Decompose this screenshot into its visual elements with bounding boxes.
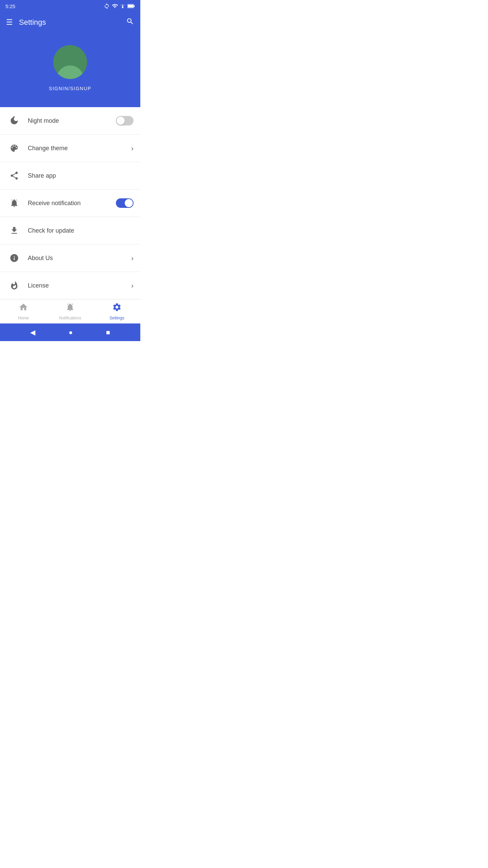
toggle-thumb-on <box>125 199 133 207</box>
battery-icon <box>127 4 135 8</box>
palette-icon <box>7 141 22 156</box>
toggle-switch-notification[interactable] <box>116 198 134 208</box>
settings-item-night-mode[interactable]: Night mode <box>0 107 140 135</box>
wifi-icon <box>112 3 118 9</box>
svg-rect-2 <box>128 5 133 7</box>
android-back-button[interactable]: ◀ <box>27 326 38 339</box>
app-bar-left: ☰ Settings <box>6 18 46 27</box>
license-chevron: › <box>131 282 134 290</box>
settings-item-check-update[interactable]: Check for update <box>0 217 140 244</box>
home-icon <box>19 302 28 314</box>
settings-item-change-theme[interactable]: Change theme › <box>0 135 140 162</box>
gear-nav-icon <box>112 302 122 314</box>
signin-label[interactable]: SIGNIN/SIGNUP <box>49 86 91 91</box>
share-app-label: Share app <box>28 172 134 179</box>
hamburger-icon[interactable]: ☰ <box>6 18 13 27</box>
toggle-switch-night-mode[interactable] <box>116 116 134 125</box>
home-nav-label: Home <box>18 316 29 320</box>
night-mode-toggle[interactable] <box>116 116 134 125</box>
bell-ring-icon <box>7 196 22 211</box>
settings-list: Night mode Change theme › Share app <box>0 107 140 299</box>
nav-item-notifications[interactable]: Notifications <box>47 300 94 323</box>
status-bar: 5:25 <box>0 0 140 12</box>
toggle-thumb <box>117 117 125 125</box>
android-recent-button[interactable]: ■ <box>103 326 113 339</box>
about-us-label: About Us <box>28 255 131 262</box>
share-icon <box>7 168 22 183</box>
search-icon[interactable] <box>126 17 134 27</box>
android-home-button[interactable]: ● <box>66 326 75 339</box>
change-theme-label: Change theme <box>28 145 131 152</box>
signal-icon <box>120 3 125 9</box>
about-us-chevron: › <box>131 254 134 262</box>
sync-icon <box>104 3 110 9</box>
fire-icon <box>7 278 22 293</box>
chevron-icon-license: › <box>131 282 134 290</box>
nav-item-settings[interactable]: Settings <box>94 300 140 323</box>
settings-nav-label: Settings <box>109 316 124 320</box>
settings-item-license[interactable]: License › <box>0 272 140 299</box>
license-label: License <box>28 282 131 289</box>
status-icons <box>104 3 135 9</box>
moon-icon <box>7 113 22 128</box>
night-mode-label: Night mode <box>28 117 116 124</box>
change-theme-chevron: › <box>131 144 134 152</box>
avatar-shape <box>57 65 84 79</box>
status-time: 5:25 <box>5 3 15 9</box>
bottom-nav: Home Notifications Settings <box>0 299 140 323</box>
settings-item-about-us[interactable]: About Us › <box>0 244 140 272</box>
download-icon <box>7 223 22 238</box>
info-icon <box>7 251 22 265</box>
bell-nav-icon <box>65 302 75 314</box>
notifications-nav-label: Notifications <box>59 316 81 320</box>
receive-notification-label: Receive notification <box>28 200 116 207</box>
nav-item-home[interactable]: Home <box>0 300 47 323</box>
receive-notification-toggle[interactable] <box>116 198 134 208</box>
settings-item-receive-notification[interactable]: Receive notification <box>0 190 140 217</box>
check-update-label: Check for update <box>28 227 134 234</box>
app-bar: ☰ Settings <box>0 12 140 33</box>
chevron-icon-about: › <box>131 254 134 262</box>
avatar <box>53 45 87 79</box>
chevron-icon: › <box>131 144 134 152</box>
app-bar-title: Settings <box>19 18 46 27</box>
settings-item-share-app[interactable]: Share app <box>0 162 140 190</box>
svg-rect-1 <box>134 5 135 7</box>
android-nav-bar: ◀ ● ■ <box>0 323 140 341</box>
header-profile: SIGNIN/SIGNUP <box>0 33 140 107</box>
